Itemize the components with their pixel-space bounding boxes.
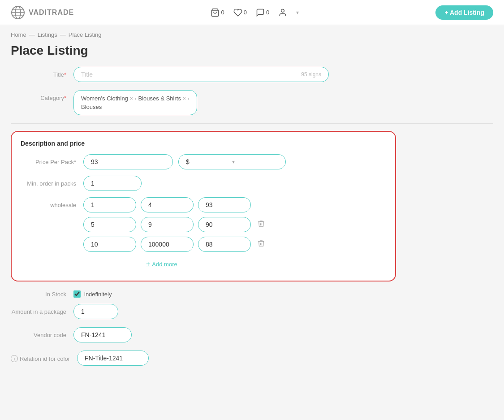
category-row: Category* Women's Clothing × › Blouses &… xyxy=(11,90,375,115)
breadcrumb: Home — Listings — Place Listing xyxy=(0,25,504,42)
wholesale-label: wholesale xyxy=(21,197,83,208)
vendor-code-input[interactable] xyxy=(73,327,132,342)
section-title: Description and price xyxy=(21,140,386,147)
relation-id-label: i Relation id for color xyxy=(11,351,77,362)
wholesale-row3-col1[interactable] xyxy=(83,237,136,252)
price-inputs: $ ▾ xyxy=(83,154,386,169)
wholesale-grid-row-2 xyxy=(83,217,267,232)
title-label: Title* xyxy=(11,67,73,78)
vendor-code-row: Vendor code xyxy=(11,327,493,342)
wholesale-row1-col3[interactable] xyxy=(198,197,251,212)
chevron-down-icon: ▾ xyxy=(296,9,299,16)
info-icon[interactable]: i xyxy=(11,355,18,362)
page-title: Place Listing xyxy=(0,42,504,67)
wholesale-row1-col1[interactable] xyxy=(83,197,136,212)
wholesale-grid-row-1 xyxy=(83,197,267,212)
amount-input[interactable] xyxy=(73,304,118,319)
vendor-code-label: Vendor code xyxy=(11,327,73,338)
user-icon-item[interactable] xyxy=(278,8,287,17)
category-label: Category* xyxy=(11,90,73,101)
currency-select[interactable]: $ ▾ xyxy=(178,154,286,169)
wholesale-row2-col2[interactable] xyxy=(141,217,194,232)
trash-icon xyxy=(257,220,265,228)
in-stock-checkbox[interactable] xyxy=(73,290,81,298)
breadcrumb-current: Place Listing xyxy=(69,31,102,38)
category-path2: Blouses & Shirts xyxy=(138,95,181,102)
breadcrumb-listings[interactable]: Listings xyxy=(38,31,57,38)
wholesale-row3-col3[interactable] xyxy=(198,237,251,252)
price-per-pack-label: Price Per Pack* xyxy=(21,154,83,165)
cart-icon xyxy=(211,8,220,17)
add-more-plus-icon: + xyxy=(146,260,150,268)
category-remove2[interactable]: × xyxy=(183,95,186,102)
category-remove1[interactable]: × xyxy=(130,95,133,102)
header-icons: 0 0 0 ▾ xyxy=(211,8,299,17)
logo-text: VADITRADE xyxy=(29,9,74,17)
add-more-row[interactable]: + Add more xyxy=(83,260,267,268)
cart-count: 0 xyxy=(221,9,224,16)
messages-count: 0 xyxy=(266,9,269,16)
chevron-down-icon-item[interactable]: ▾ xyxy=(296,9,299,16)
wholesale-row3-delete[interactable] xyxy=(255,238,267,251)
logo-icon xyxy=(11,5,25,20)
wholesale-row1-col2[interactable] xyxy=(141,197,194,212)
title-input-wrapper: 95 signs xyxy=(73,67,329,82)
cart-icon-item[interactable]: 0 xyxy=(211,8,224,17)
breadcrumb-sep2: — xyxy=(60,31,66,38)
in-stock-label: In Stock xyxy=(11,291,73,298)
in-stock-checkbox-label[interactable]: indefinitely xyxy=(73,290,112,298)
amount-label: Amount in a package xyxy=(11,304,73,315)
heart-icon xyxy=(233,8,242,17)
in-stock-text: indefinitely xyxy=(84,291,112,298)
breadcrumb-sep1: — xyxy=(29,31,35,38)
divider xyxy=(11,123,493,124)
header: VADITRADE 0 0 0 xyxy=(0,0,504,25)
add-listing-label: + Add Listing xyxy=(444,9,484,16)
wholesale-row2-delete[interactable] xyxy=(255,218,267,231)
category-path1: Women's Clothing xyxy=(81,95,128,102)
bottom-form: In Stock indefinitely Amount in a packag… xyxy=(0,290,504,366)
breadcrumb-home[interactable]: Home xyxy=(11,31,26,38)
wholesale-row3-col2[interactable] xyxy=(141,237,194,252)
wholesale-row: wholesale xyxy=(21,197,386,268)
min-order-row: Min. order in packs xyxy=(21,176,386,191)
add-more-label: Add more xyxy=(152,261,177,268)
title-signs: 95 signs xyxy=(301,71,321,78)
svg-point-6 xyxy=(281,9,284,12)
in-stock-row: In Stock indefinitely xyxy=(11,290,493,298)
currency-value: $ xyxy=(186,158,232,165)
currency-arrow: ▾ xyxy=(232,159,278,165)
add-listing-button[interactable]: + Add Listing xyxy=(435,5,493,20)
category-box[interactable]: Women's Clothing × › Blouses & Shirts × … xyxy=(73,90,197,115)
title-input[interactable] xyxy=(81,71,301,78)
wholesale-row2-col3[interactable] xyxy=(198,217,251,232)
amount-row: Amount in a package xyxy=(11,304,493,319)
min-order-input[interactable] xyxy=(83,176,142,191)
wholesale-row2-col1[interactable] xyxy=(83,217,136,232)
category-path: Women's Clothing × › Blouses & Shirts × … xyxy=(81,95,190,102)
relation-id-input[interactable] xyxy=(77,351,149,366)
title-row: Title* 95 signs xyxy=(11,67,375,82)
wholesale-grid-row-3 xyxy=(83,237,267,252)
relation-id-row: i Relation id for color xyxy=(11,351,493,366)
price-per-pack-row: Price Per Pack* $ ▾ xyxy=(21,154,386,169)
logo[interactable]: VADITRADE xyxy=(11,5,74,20)
category-path3: Blouses xyxy=(81,104,102,110)
wishlist-count: 0 xyxy=(244,9,247,16)
messages-icon-item[interactable]: 0 xyxy=(256,8,269,17)
price-per-pack-input[interactable] xyxy=(83,154,173,169)
trash-icon-2 xyxy=(257,239,265,247)
user-icon xyxy=(278,8,287,17)
form-area: Title* 95 signs Category* Women's Clothi… xyxy=(0,67,385,115)
messages-icon xyxy=(256,8,265,17)
min-order-label: Min. order in packs xyxy=(21,176,83,187)
description-price-section: Description and price Price Per Pack* $ … xyxy=(11,131,396,281)
wholesale-inputs: + Add more xyxy=(83,197,267,268)
wishlist-icon-item[interactable]: 0 xyxy=(233,8,247,17)
